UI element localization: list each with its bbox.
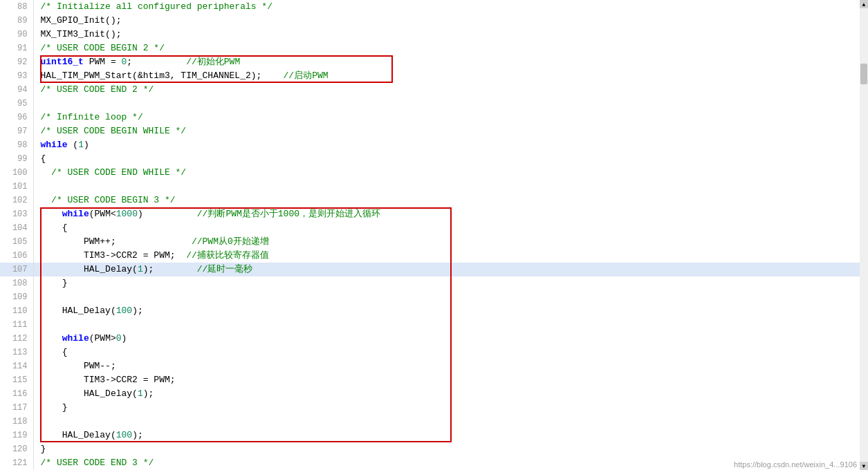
line-number: 91 bbox=[0, 41, 33, 55]
line-number: 104 bbox=[0, 221, 33, 235]
code-content[interactable]: 88/* Initialize all configured periphera… bbox=[0, 0, 860, 470]
line-number: 109 bbox=[0, 290, 33, 304]
table-row: 121/* USER CODE END 3 */ bbox=[0, 456, 860, 470]
table-row: 119 HAL_Delay(100); bbox=[0, 429, 860, 442]
line-number: 118 bbox=[0, 415, 33, 429]
table-row: 104 { bbox=[0, 221, 860, 235]
table-row: 113 { bbox=[0, 346, 860, 359]
table-row: 109 bbox=[0, 290, 860, 304]
line-number: 90 bbox=[0, 28, 33, 41]
line-number: 100 bbox=[0, 166, 33, 180]
line-number: 120 bbox=[0, 442, 33, 456]
table-row: 91/* USER CODE BEGIN 2 */ bbox=[0, 41, 860, 55]
line-code: MX_TIM3_Init(); bbox=[33, 28, 860, 41]
table-row: 90MX_TIM3_Init(); bbox=[0, 28, 860, 41]
table-row: 110 HAL_Delay(100); bbox=[0, 304, 860, 318]
line-number: 96 bbox=[0, 111, 33, 124]
table-row: 107 HAL_Delay(1); //延时一毫秒 bbox=[0, 263, 860, 276]
line-code: { bbox=[33, 152, 860, 166]
line-code: /* USER CODE BEGIN 3 */ bbox=[33, 194, 860, 207]
line-number: 117 bbox=[0, 401, 33, 415]
line-code: PWM--; bbox=[33, 359, 860, 373]
table-row: 118 bbox=[0, 415, 860, 429]
line-number: 98 bbox=[0, 138, 33, 152]
table-row: 120} bbox=[0, 442, 860, 456]
line-code: PWM++; //PWM从0开始递增 bbox=[33, 235, 860, 249]
table-row: 97/* USER CODE BEGIN WHILE */ bbox=[0, 124, 860, 138]
table-row: 114 PWM--; bbox=[0, 359, 860, 373]
table-row: 95 bbox=[0, 97, 860, 111]
line-code: { bbox=[33, 346, 860, 359]
table-row: 112 while(PWM>0) bbox=[0, 332, 860, 346]
line-code: while (1) bbox=[33, 138, 860, 152]
line-number: 121 bbox=[0, 456, 33, 470]
table-row: 108 } bbox=[0, 276, 860, 290]
line-code: /* Initialize all configured peripherals… bbox=[33, 0, 860, 14]
line-number: 89 bbox=[0, 14, 33, 28]
line-number: 113 bbox=[0, 346, 33, 359]
line-code: /* USER CODE BEGIN WHILE */ bbox=[33, 124, 860, 138]
line-code: HAL_Delay(100); bbox=[33, 304, 860, 318]
line-code bbox=[33, 290, 860, 304]
line-code: MX_GPIO_Init(); bbox=[33, 14, 860, 28]
line-number: 106 bbox=[0, 249, 33, 263]
line-number: 103 bbox=[0, 207, 33, 221]
line-code: HAL_Delay(100); bbox=[33, 429, 860, 442]
code-table: 88/* Initialize all configured periphera… bbox=[0, 0, 860, 470]
table-row: 111 bbox=[0, 318, 860, 332]
line-number: 116 bbox=[0, 387, 33, 401]
line-code bbox=[33, 180, 860, 194]
scrollbar-vertical[interactable]: ▲ ▼ bbox=[860, 0, 868, 470]
line-code: /* Infinite loop */ bbox=[33, 111, 860, 124]
line-number: 97 bbox=[0, 124, 33, 138]
line-code: { bbox=[33, 221, 860, 235]
watermark: https://blog.csdn.net/weixin_4...9106 bbox=[734, 460, 857, 469]
line-code: while(PWM<1000) //判断PWM是否小于1000，是则开始进入循环 bbox=[33, 207, 860, 221]
table-row: 94/* USER CODE END 2 */ bbox=[0, 83, 860, 97]
table-row: 101 bbox=[0, 180, 860, 194]
code-editor: 88/* Initialize all configured periphera… bbox=[0, 0, 868, 470]
line-number: 105 bbox=[0, 235, 33, 249]
table-row: 100 /* USER CODE END WHILE */ bbox=[0, 166, 860, 180]
line-code: /* USER CODE END WHILE */ bbox=[33, 166, 860, 180]
line-code: HAL_Delay(1); //延时一毫秒 bbox=[33, 263, 860, 276]
line-number: 93 bbox=[0, 69, 33, 83]
line-number: 102 bbox=[0, 194, 33, 207]
table-row: 105 PWM++; //PWM从0开始递增 bbox=[0, 235, 860, 249]
table-row: 88/* Initialize all configured periphera… bbox=[0, 0, 860, 14]
table-row: 98while (1) bbox=[0, 138, 860, 152]
line-code: TIM3->CCR2 = PWM; bbox=[33, 373, 860, 387]
table-row: 93HAL_TIM_PWM_Start(&htim3, TIM_CHANNEL_… bbox=[0, 69, 860, 83]
line-number: 119 bbox=[0, 429, 33, 442]
table-row: 117 } bbox=[0, 401, 860, 415]
line-code: TIM3->CCR2 = PWM; //捕获比较寄存器值 bbox=[33, 249, 860, 263]
table-row: 102 /* USER CODE BEGIN 3 */ bbox=[0, 194, 860, 207]
line-code bbox=[33, 97, 860, 111]
line-number: 101 bbox=[0, 180, 33, 194]
line-code bbox=[33, 415, 860, 429]
table-row: 103 while(PWM<1000) //判断PWM是否小于1000，是则开始… bbox=[0, 207, 860, 221]
line-code: HAL_TIM_PWM_Start(&htim3, TIM_CHANNEL_2)… bbox=[33, 69, 860, 83]
table-row: 116 HAL_Delay(1); bbox=[0, 387, 860, 401]
line-number: 88 bbox=[0, 0, 33, 14]
line-number: 95 bbox=[0, 97, 33, 111]
line-number: 115 bbox=[0, 373, 33, 387]
table-row: 99{ bbox=[0, 152, 860, 166]
scroll-up-arrow[interactable]: ▲ bbox=[860, 0, 868, 8]
table-row: 106 TIM3->CCR2 = PWM; //捕获比较寄存器值 bbox=[0, 249, 860, 263]
line-number: 108 bbox=[0, 276, 33, 290]
table-row: 89MX_GPIO_Init(); bbox=[0, 14, 860, 28]
line-code: } bbox=[33, 401, 860, 415]
line-code: while(PWM>0) bbox=[33, 332, 860, 346]
line-code: /* USER CODE BEGIN 2 */ bbox=[33, 41, 860, 55]
scroll-down-arrow[interactable]: ▼ bbox=[860, 462, 868, 470]
line-code: } bbox=[33, 276, 860, 290]
line-number: 112 bbox=[0, 332, 33, 346]
table-row: 96/* Infinite loop */ bbox=[0, 111, 860, 124]
line-code: /* USER CODE END 2 */ bbox=[33, 83, 860, 97]
line-code: HAL_Delay(1); bbox=[33, 387, 860, 401]
line-number: 111 bbox=[0, 318, 33, 332]
scrollbar-thumb[interactable] bbox=[860, 64, 867, 84]
line-number: 92 bbox=[0, 55, 33, 69]
line-number: 114 bbox=[0, 359, 33, 373]
